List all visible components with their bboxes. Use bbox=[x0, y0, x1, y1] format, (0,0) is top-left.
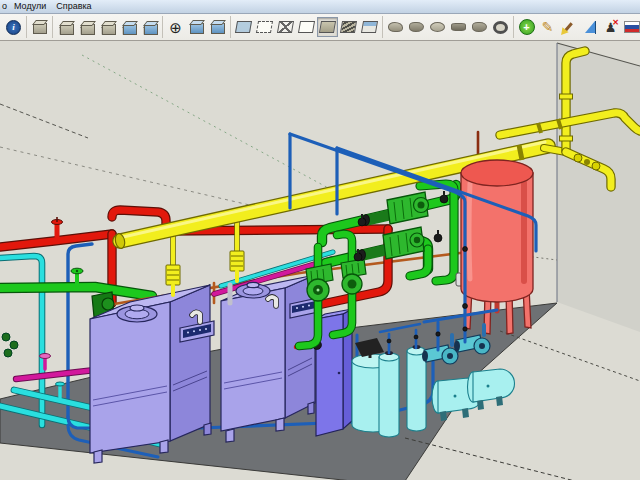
model-info-icon[interactable]: i bbox=[3, 17, 24, 37]
toolbar-group-camera: ⊕ bbox=[163, 16, 231, 38]
add-new-icon[interactable]: + bbox=[516, 17, 537, 37]
shaded-icon[interactable] bbox=[317, 17, 338, 37]
protractor-sail-icon[interactable] bbox=[579, 17, 600, 37]
toolbar-group-face-style bbox=[231, 16, 383, 38]
monochrome-icon[interactable] bbox=[359, 17, 380, 37]
component-copy-icon-1[interactable] bbox=[55, 17, 76, 37]
zoom-view-icon[interactable] bbox=[207, 17, 228, 37]
component-copy-icon-3[interactable] bbox=[97, 17, 118, 37]
wireframe-icon[interactable] bbox=[275, 17, 296, 37]
component-copy-blue-icon-2[interactable] bbox=[139, 17, 160, 37]
menu-item-modules[interactable]: Модули bbox=[11, 1, 53, 12]
toolbar-group-sandbox bbox=[383, 16, 514, 38]
softener-bottle-1[interactable] bbox=[379, 351, 399, 437]
hidden-line-icon[interactable] bbox=[296, 17, 317, 37]
menu-item-cropped[interactable]: о bbox=[0, 1, 11, 12]
pencil-tool-icon[interactable]: ✎ bbox=[537, 17, 558, 37]
component-copy-icon-2[interactable] bbox=[76, 17, 97, 37]
viewport-3d[interactable] bbox=[0, 41, 640, 480]
drape-icon[interactable] bbox=[469, 17, 490, 37]
component-copy-blue-icon-1[interactable] bbox=[118, 17, 139, 37]
stamp-icon[interactable] bbox=[448, 17, 469, 37]
component-box-icon[interactable] bbox=[29, 17, 50, 37]
terrain-contours-icon[interactable] bbox=[385, 17, 406, 37]
delete-person-icon[interactable]: ♟✕ bbox=[600, 17, 621, 37]
add-detail-icon[interactable] bbox=[490, 17, 511, 37]
menu-bar: о Модули Справка bbox=[0, 0, 640, 14]
toolbar-group-component-ops bbox=[53, 16, 163, 38]
main-toolbar: i⊕+✎♟✕ bbox=[0, 14, 640, 41]
back-edges-icon[interactable] bbox=[254, 17, 275, 37]
textured-icon[interactable] bbox=[338, 17, 359, 37]
toolbar-group-tools: +✎♟✕ bbox=[514, 16, 640, 38]
app-window: о Модули Справка i⊕+✎♟✕ bbox=[0, 0, 640, 480]
menu-item-help[interactable]: Справка bbox=[53, 1, 98, 12]
terrain-scratch-icon[interactable] bbox=[406, 17, 427, 37]
paintbrush-icon[interactable] bbox=[558, 17, 579, 37]
language-flag-icon[interactable] bbox=[621, 17, 640, 37]
toolbar-group-components bbox=[27, 16, 53, 38]
navigation-crosshair-icon[interactable]: ⊕ bbox=[165, 17, 186, 37]
smoove-icon[interactable] bbox=[427, 17, 448, 37]
orbit-view-icon[interactable] bbox=[186, 17, 207, 37]
toolbar-group-standard: i bbox=[1, 16, 27, 38]
xray-mode-icon[interactable] bbox=[233, 17, 254, 37]
